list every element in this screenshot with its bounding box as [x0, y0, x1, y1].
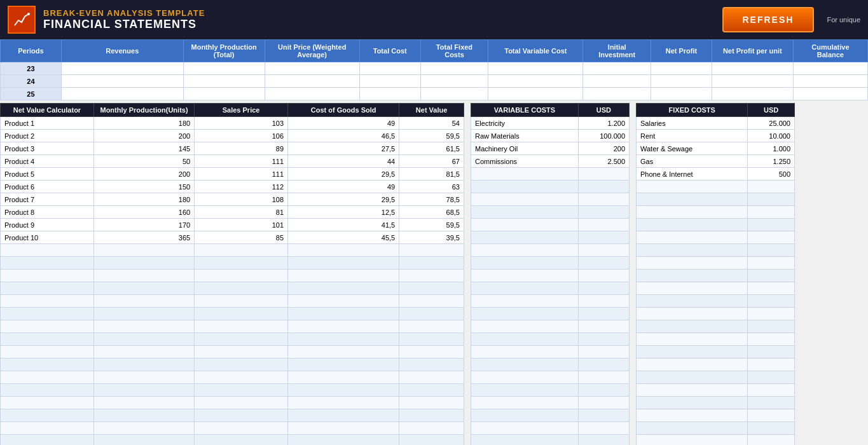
vc-empty-row [471, 193, 630, 206]
app-header: BREAK-EVEN ANALYSIS TEMPLATE FINANCIAL S… [0, 0, 868, 39]
nvc-product-row: Product 61501124963 [1, 181, 464, 193]
col-total-fixed: Total FixedCosts [420, 40, 488, 62]
col-net-profit-unit: Net Profit per unit [712, 40, 793, 62]
vc-empty-row [471, 168, 630, 181]
nvc-empty-row [1, 359, 464, 371]
vc-section: VARIABLE COSTS USD Electricity1.200Raw M… [471, 103, 630, 445]
vc-empty-row [471, 371, 630, 384]
nvc-empty-row [1, 371, 464, 384]
nvc-section: Net Value Calculator Monthly Production(… [0, 103, 464, 445]
nvc-empty-row [1, 244, 464, 257]
fc-col-name: FIXED COSTS [637, 104, 748, 117]
col-monthly-production: Monthly Production(Total) [183, 40, 265, 62]
nvc-col-nv: Net Value [399, 104, 464, 117]
col-total-variable: Total Variable Cost [488, 40, 583, 62]
col-periods: Periods [1, 40, 62, 62]
top-table-row: 25 [1, 88, 868, 100]
fc-item-row: Gas1.250 [637, 155, 795, 168]
fc-empty-row [637, 371, 795, 384]
bottom-section: Net Value Calculator Monthly Production(… [0, 103, 868, 445]
nvc-product-row: Product 11801034954 [1, 117, 464, 130]
nvc-empty-row [1, 320, 464, 333]
fc-empty-row [637, 193, 795, 206]
app-logo [8, 6, 36, 34]
nvc-product-row: Product 917010141,559,5 [1, 219, 464, 231]
fc-empty-row [637, 257, 795, 270]
fc-empty-row [637, 206, 795, 219]
vc-empty-row [471, 346, 630, 359]
refresh-button[interactable]: REFRESH [722, 7, 815, 32]
vc-empty-row [471, 422, 630, 435]
vc-item-row: Raw Materials100.000 [471, 130, 630, 142]
nvc-empty-row [1, 435, 464, 446]
fc-table: FIXED COSTS USD Salaries25.000Rent10.000… [636, 103, 795, 445]
fc-empty-row [637, 282, 795, 295]
header-titles: BREAK-EVEN ANALYSIS TEMPLATE FINANCIAL S… [43, 8, 722, 31]
fc-empty-row [637, 435, 795, 446]
vc-empty-row [471, 219, 630, 231]
fc-item-row: Phone & Internet500 [637, 168, 795, 181]
fc-empty-row [637, 333, 795, 346]
fc-empty-row [637, 231, 795, 244]
fc-empty-row [637, 270, 795, 282]
fc-empty-row [637, 397, 795, 409]
fc-empty-row [637, 359, 795, 371]
nvc-empty-row [1, 295, 464, 308]
fc-empty-row [637, 384, 795, 397]
vc-empty-row [471, 181, 630, 193]
col-unit-price: Unit Price (WeightedAverage) [265, 40, 359, 62]
nvc-col-name: Net Value Calculator [1, 104, 94, 117]
nvc-empty-row [1, 257, 464, 270]
vc-empty-row [471, 384, 630, 397]
nvc-empty-row [1, 270, 464, 282]
nvc-product-row: Product 220010646,559,5 [1, 130, 464, 142]
svg-point-1 [27, 13, 30, 15]
vc-empty-row [471, 295, 630, 308]
vc-empty-row [471, 206, 630, 219]
fc-item-row: Salaries25.000 [637, 117, 795, 130]
nvc-product-row: Product 31458927,561,5 [1, 142, 464, 155]
fc-section: FIXED COSTS USD Salaries25.000Rent10.000… [636, 103, 795, 445]
header-right-text: For unique [827, 16, 860, 24]
fc-empty-row [637, 308, 795, 320]
fc-item-row: Water & Sewage1.000 [637, 142, 795, 155]
vc-col-usd: USD [578, 104, 629, 117]
vc-item-row: Commissions2.500 [471, 155, 630, 168]
vc-item-row: Machinery Oil200 [471, 142, 630, 155]
vc-col-name: VARIABLE COSTS [471, 104, 579, 117]
nvc-empty-row [1, 397, 464, 409]
nvc-empty-row [1, 384, 464, 397]
nvc-empty-row [1, 422, 464, 435]
app-title: FINANCIAL STATEMENTS [43, 18, 722, 31]
fc-empty-row [637, 346, 795, 359]
nvc-empty-row [1, 308, 464, 320]
vc-empty-row [471, 359, 630, 371]
financial-table: Periods Revenues Monthly Production(Tota… [0, 39, 868, 100]
vc-table: VARIABLE COSTS USD Electricity1.200Raw M… [471, 103, 630, 445]
vc-empty-row [471, 231, 630, 244]
vc-empty-row [471, 435, 630, 446]
col-net-profit: Net Profit [651, 40, 712, 62]
top-table-row: 24 [1, 75, 868, 88]
fc-empty-row [637, 181, 795, 193]
vc-empty-row [471, 244, 630, 257]
fc-empty-row [637, 409, 795, 422]
vc-empty-row [471, 397, 630, 409]
fc-empty-row [637, 295, 795, 308]
nvc-product-row: Product 81608112,568,5 [1, 206, 464, 219]
fc-empty-row [637, 422, 795, 435]
nvc-col-cogs: Cost of Goods Sold [288, 104, 399, 117]
nvc-empty-row [1, 282, 464, 295]
nvc-col-units: Monthly Production(Units) [93, 104, 194, 117]
vc-empty-row [471, 282, 630, 295]
fc-col-usd: USD [748, 104, 795, 117]
app-subtitle: BREAK-EVEN ANALYSIS TEMPLATE [43, 8, 722, 18]
vc-empty-row [471, 270, 630, 282]
col-revenues: Revenues [61, 40, 183, 62]
nvc-table: Net Value Calculator Monthly Production(… [0, 103, 464, 445]
nvc-product-row: Product 520011129,581,5 [1, 168, 464, 181]
vc-item-row: Electricity1.200 [471, 117, 630, 130]
nvc-product-row: Product 4501114467 [1, 155, 464, 168]
fc-empty-row [637, 244, 795, 257]
vc-empty-row [471, 320, 630, 333]
